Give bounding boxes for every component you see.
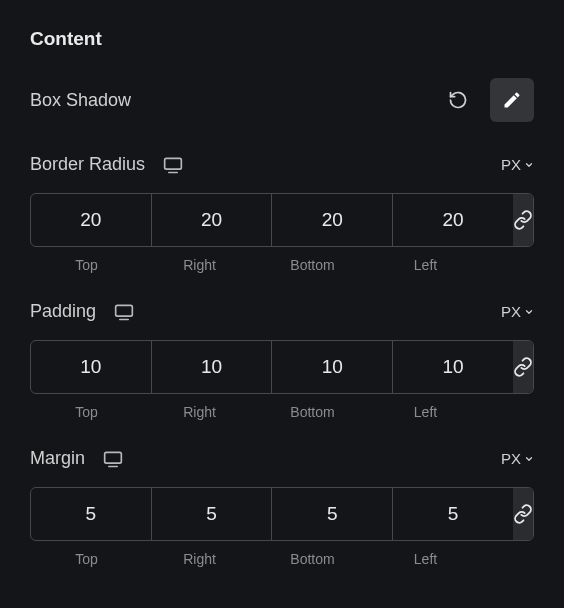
desktop-icon: [163, 155, 183, 175]
padding-bottom-input[interactable]: [272, 341, 393, 393]
link-icon: [513, 357, 533, 377]
padding-sublabels: Top Right Bottom Left: [30, 404, 534, 420]
chevron-down-icon: [524, 307, 534, 317]
border-radius-sublabels: Top Right Bottom Left: [30, 257, 534, 273]
padding-unit-selector[interactable]: PX: [501, 303, 534, 320]
margin-link-button[interactable]: [513, 488, 533, 540]
margin-right-label: Right: [143, 551, 256, 567]
margin-left-label: Left: [369, 551, 482, 567]
margin-top-label: Top: [30, 551, 143, 567]
box-shadow-edit-button[interactable]: [490, 78, 534, 122]
margin-unit-selector[interactable]: PX: [501, 450, 534, 467]
border-radius-group: Border Radius PX Top: [30, 154, 534, 273]
padding-top-input[interactable]: [31, 341, 152, 393]
margin-group: Margin PX Top Right: [30, 448, 534, 567]
padding-responsive-button[interactable]: [114, 302, 134, 322]
margin-left-input[interactable]: [393, 488, 513, 540]
margin-unit-label: PX: [501, 450, 521, 467]
padding-right-label: Right: [143, 404, 256, 420]
padding-left-input[interactable]: [393, 341, 513, 393]
padding-group: Padding PX Top Right: [30, 301, 534, 420]
margin-responsive-button[interactable]: [103, 449, 123, 469]
section-title: Content: [30, 28, 534, 50]
border-radius-top-label: Top: [30, 257, 143, 273]
margin-sublabels: Top Right Bottom Left: [30, 551, 534, 567]
padding-bottom-label: Bottom: [256, 404, 369, 420]
chevron-down-icon: [524, 160, 534, 170]
border-radius-right-label: Right: [143, 257, 256, 273]
chevron-down-icon: [524, 454, 534, 464]
desktop-icon: [114, 302, 134, 322]
border-radius-responsive-button[interactable]: [163, 155, 183, 175]
margin-inputs: [30, 487, 534, 541]
svg-rect-0: [165, 158, 182, 169]
border-radius-link-button[interactable]: [513, 194, 533, 246]
padding-link-button[interactable]: [513, 341, 533, 393]
svg-rect-2: [116, 305, 133, 316]
margin-bottom-label: Bottom: [256, 551, 369, 567]
box-shadow-reset-button[interactable]: [436, 78, 480, 122]
box-shadow-row: Box Shadow: [30, 78, 534, 122]
pencil-icon: [502, 90, 522, 110]
svg-rect-4: [105, 452, 122, 463]
box-shadow-label: Box Shadow: [30, 90, 131, 111]
border-radius-left-input[interactable]: [393, 194, 513, 246]
border-radius-bottom-label: Bottom: [256, 257, 369, 273]
padding-left-label: Left: [369, 404, 482, 420]
padding-unit-label: PX: [501, 303, 521, 320]
margin-bottom-input[interactable]: [272, 488, 393, 540]
border-radius-inputs: [30, 193, 534, 247]
border-radius-label: Border Radius: [30, 154, 145, 175]
border-radius-left-label: Left: [369, 257, 482, 273]
desktop-icon: [103, 449, 123, 469]
border-radius-unit-selector[interactable]: PX: [501, 156, 534, 173]
margin-right-input[interactable]: [152, 488, 273, 540]
padding-inputs: [30, 340, 534, 394]
border-radius-bottom-input[interactable]: [272, 194, 393, 246]
link-icon: [513, 504, 533, 524]
padding-label: Padding: [30, 301, 96, 322]
border-radius-unit-label: PX: [501, 156, 521, 173]
margin-label: Margin: [30, 448, 85, 469]
border-radius-right-input[interactable]: [152, 194, 273, 246]
margin-top-input[interactable]: [31, 488, 152, 540]
reset-icon: [448, 90, 468, 110]
padding-right-input[interactable]: [152, 341, 273, 393]
border-radius-top-input[interactable]: [31, 194, 152, 246]
padding-top-label: Top: [30, 404, 143, 420]
link-icon: [513, 210, 533, 230]
